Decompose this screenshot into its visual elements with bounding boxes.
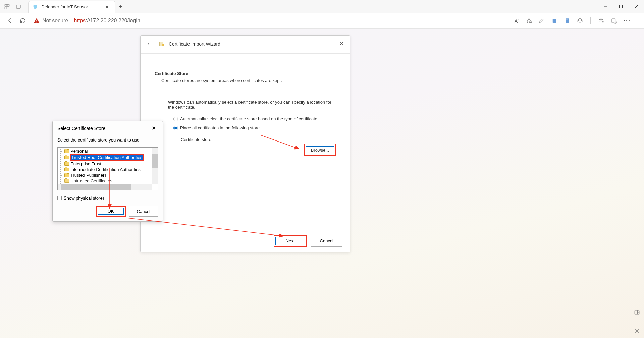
certificate-store-label: Certificate store: xyxy=(155,137,336,142)
settings-icon[interactable] xyxy=(634,328,640,334)
tab-title: Defender for IoT Sensor xyxy=(41,4,100,9)
radio-auto-select[interactable]: Automatically select the certificate sto… xyxy=(173,116,336,121)
folder-icon xyxy=(64,156,69,159)
scrollbar-horizontal[interactable] xyxy=(58,184,152,190)
select-certificate-store-dialog: Select Certificate Store ✕ Select the ce… xyxy=(52,121,163,222)
ok-button[interactable]: OK xyxy=(98,208,124,215)
url-area[interactable]: Not secure https://172.20.220.220/login xyxy=(34,18,140,24)
certificate-store-row: Browse... xyxy=(155,144,336,156)
svg-rect-10 xyxy=(36,22,37,23)
new-tab-button[interactable]: + xyxy=(115,3,126,10)
scrollbar-vertical[interactable] xyxy=(152,148,158,184)
svg-rect-6 xyxy=(620,5,623,8)
checkbox-icon[interactable] xyxy=(57,196,62,200)
alert-icon xyxy=(34,18,40,24)
wizard-divider xyxy=(155,90,336,90)
select-cancel-button[interactable]: Cancel xyxy=(129,206,158,217)
svg-rect-14 xyxy=(553,19,556,23)
select-dialog-footer: OK Cancel xyxy=(53,203,163,221)
tree-item-personal[interactable]: Personal xyxy=(58,148,158,154)
certificate-store-input[interactable] xyxy=(181,146,299,154)
reading-list-icon[interactable] xyxy=(564,18,570,24)
tree-item-untrusted[interactable]: Untrusted Certificates xyxy=(58,178,158,184)
folder-icon xyxy=(64,173,69,177)
tab-close-button[interactable]: ✕ xyxy=(103,4,111,10)
folder-icon xyxy=(64,162,69,166)
browser-tab[interactable]: Defender for IoT Sensor ✕ xyxy=(28,1,115,13)
section-desc: Certificate stores are system areas wher… xyxy=(155,78,336,83)
wizard-header: ← Certificate Import Wizard ✕ xyxy=(141,36,350,53)
browse-button[interactable]: Browse... xyxy=(306,146,334,154)
divider xyxy=(590,17,591,24)
wizard-back-button[interactable]: ← xyxy=(145,39,155,49)
favorites-list-icon[interactable] xyxy=(598,18,604,24)
select-dialog-header: Select Certificate Store ✕ xyxy=(53,121,163,135)
svg-rect-30 xyxy=(635,310,639,314)
window-controls xyxy=(598,0,644,13)
tree-item-enterprise[interactable]: Enterprise Trust xyxy=(58,161,158,167)
url-path: ://172.20.220.220/login xyxy=(86,18,140,23)
wizard-paragraph: Windows can automatically select a certi… xyxy=(155,100,336,110)
folder-icon xyxy=(64,149,69,153)
select-dialog-close-button[interactable]: ✕ xyxy=(150,124,158,132)
not-secure-label: Not secure xyxy=(42,18,71,24)
radio-icon xyxy=(173,126,178,130)
svg-rect-0 xyxy=(5,4,7,6)
read-aloud-icon[interactable]: A» xyxy=(515,18,519,24)
collections-icon[interactable] xyxy=(551,18,557,24)
minimize-button[interactable] xyxy=(598,0,613,13)
certificate-import-wizard: ← Certificate Import Wizard ✕ Certificat… xyxy=(140,35,350,252)
show-physical-label: Show physical stores xyxy=(64,195,105,201)
next-button[interactable]: Next xyxy=(275,237,305,245)
sidebar-toggle-icon[interactable] xyxy=(634,309,640,315)
section-title: Certificate Store xyxy=(155,71,336,76)
radio-label: Place all certificates in the following … xyxy=(180,125,260,130)
shield-icon xyxy=(33,4,38,10)
tab-overview-icon[interactable] xyxy=(15,4,21,10)
svg-rect-2 xyxy=(5,7,7,9)
certificate-icon xyxy=(159,41,165,47)
browser-chrome: Defender for IoT Sensor ✕ + Not secure h… xyxy=(0,0,644,29)
show-physical-stores-row[interactable]: Show physical stores xyxy=(53,191,163,203)
add-page-icon[interactable] xyxy=(611,18,617,24)
svg-rect-1 xyxy=(7,4,9,6)
wizard-footer: Next Cancel xyxy=(141,230,350,252)
extensions-icon[interactable] xyxy=(577,18,583,24)
edit-icon[interactable] xyxy=(539,18,545,24)
radio-place-all[interactable]: Place all certificates in the following … xyxy=(173,125,336,130)
url-protocol: https xyxy=(74,18,86,23)
folder-icon xyxy=(64,168,69,171)
select-dialog-desc: Select the certificate store you want to… xyxy=(53,135,163,146)
side-panel-icons xyxy=(634,309,640,334)
tree-item-intermediate[interactable]: Intermediate Certification Authorities xyxy=(58,167,158,172)
maximize-button[interactable] xyxy=(613,0,629,13)
svg-rect-16 xyxy=(566,19,568,20)
folder-icon xyxy=(64,179,69,183)
radio-icon xyxy=(173,117,178,121)
window-close-button[interactable] xyxy=(629,0,644,13)
cancel-button[interactable]: Cancel xyxy=(311,235,342,247)
title-bar: Defender for IoT Sensor ✕ + xyxy=(0,0,644,13)
workspaces-icon[interactable] xyxy=(4,4,10,10)
radio-group: Automatically select the certificate sto… xyxy=(155,116,336,130)
annotation-highlight: OK xyxy=(96,206,126,217)
svg-rect-9 xyxy=(36,20,37,22)
annotation-highlight: Browse... xyxy=(304,144,336,156)
svg-point-25 xyxy=(162,44,164,46)
wizard-title: Certificate Import Wizard xyxy=(169,41,220,47)
annotation-highlight: Next xyxy=(274,235,307,247)
refresh-button[interactable] xyxy=(19,17,26,24)
more-button[interactable]: ··· xyxy=(624,17,631,24)
svg-point-32 xyxy=(636,330,638,332)
toolbar-right: A» ··· xyxy=(515,17,641,24)
certificate-store-tree[interactable]: Personal Trusted Root Certification Auth… xyxy=(57,147,158,190)
wizard-close-button[interactable]: ✕ xyxy=(337,39,346,48)
tree-item-trusted-root[interactable]: Trusted Root Certification Authorities xyxy=(58,154,158,161)
back-button[interactable] xyxy=(7,17,13,24)
radio-label: Automatically select the certificate sto… xyxy=(180,116,317,121)
tree-item-publishers[interactable]: Trusted Publishers xyxy=(58,172,158,178)
address-bar: Not secure https://172.20.220.220/login … xyxy=(0,13,644,28)
annotation-highlight: Trusted Root Certification Authorities xyxy=(70,154,144,161)
svg-rect-3 xyxy=(16,5,20,9)
favorite-icon[interactable] xyxy=(526,18,532,24)
